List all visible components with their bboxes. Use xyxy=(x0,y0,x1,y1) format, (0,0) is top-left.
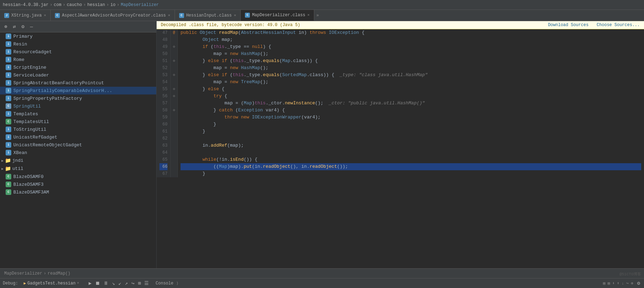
debug-btn-stepout[interactable]: ↗ xyxy=(124,280,129,286)
sidebar-item-blazedsamf3am[interactable]: C BlazeDSAMF3AM xyxy=(0,188,156,196)
debug-btn-settings[interactable]: ☰ xyxy=(143,280,150,286)
sidebar-item-springabstract-icon: i xyxy=(6,80,11,86)
tab-aspectj[interactable]: C AspectJAwareAdvisorAutoProxyCreator.cl… xyxy=(51,10,175,21)
tab-mapdeserializer-label: MapDeserializer.class xyxy=(252,13,305,18)
sidebar-item-resin[interactable]: i Resin xyxy=(0,40,156,48)
sidebar-item-resourcegadget-label: ResourceGadget xyxy=(13,49,52,55)
sidebar-section-util[interactable]: ▶ 📁 util xyxy=(0,165,156,173)
debug-session-label: GadgetsTest.hessian xyxy=(27,281,76,286)
sidebar-section-jndi[interactable]: ▶ 📁 jndi xyxy=(0,157,156,165)
sidebar-item-blazedsamf3am-icon: C xyxy=(6,189,11,195)
debug-btn-stepover[interactable]: ↘ xyxy=(111,280,116,286)
sidebar-item-primary-icon: i xyxy=(6,33,11,39)
breadcrumb-hessian: hessian xyxy=(87,2,105,7)
sidebar-item-springutil[interactable]: C SpringUtil xyxy=(0,102,156,110)
sidebar-item-serviceloader-label: ServiceLoader xyxy=(13,73,49,78)
sidebar-nav-icon[interactable]: ⊕ xyxy=(3,23,8,30)
sidebar-item-springproperty-label: SpringPropertyPathFactory xyxy=(13,96,82,101)
sidebar-item-springabstract-label: SpringAbstractBeanFactoryPointcut xyxy=(13,80,104,86)
sidebar-item-springpartially-icon: i xyxy=(6,88,11,93)
sidebar-item-xbean-label: XBean xyxy=(13,150,27,155)
sidebar-item-resourcegadget-icon: i xyxy=(6,49,11,55)
sidebar-settings-icon[interactable]: ⚙ xyxy=(20,23,26,30)
debug-tab-console[interactable]: Console ⟩ xyxy=(153,280,181,287)
bottom-breadcrumb-method: readMap() xyxy=(48,271,70,276)
debug-bar: Debug: ▶ GadgetsTest.hessian × ▶ ⏹ ⏸ ↘ ↙… xyxy=(0,278,644,288)
tab-aspectj-close[interactable]: × xyxy=(168,13,170,18)
code-line-60: } xyxy=(181,121,641,128)
tab-hessianinput-label: HessianInput.class xyxy=(186,13,232,18)
tab-mapdeserializer-close[interactable]: × xyxy=(307,13,310,17)
sidebar-item-springpartially[interactable]: i SpringPartiallyComparableAdvisorH... xyxy=(0,87,156,94)
bottom-breadcrumb: MapDeserializer › readMap() xyxy=(4,271,70,276)
tab-xstring-close[interactable]: × xyxy=(44,13,46,18)
sidebar-item-blazedsamf0[interactable]: C BlazeDSAMF0 xyxy=(0,173,156,180)
sidebar-collapse-icon[interactable]: ⇄ xyxy=(11,23,17,30)
sidebar-item-templatesutil[interactable]: C TemplatesUtil xyxy=(0,118,156,125)
sidebar-minimize-icon[interactable]: — xyxy=(29,23,34,30)
watermark: @51CTO博客 xyxy=(619,271,641,277)
sidebar-item-springutil-icon: C xyxy=(6,103,11,109)
bottom-breadcrumb-sep: › xyxy=(44,271,46,276)
tab-xstring[interactable]: J XString.java × xyxy=(0,10,51,21)
sidebar-item-springproperty[interactable]: i SpringPropertyPathFactory xyxy=(0,94,156,102)
tab-hessianinput-close[interactable]: × xyxy=(234,13,236,18)
code-line-48: Object map; xyxy=(181,36,641,43)
code-line-54: map = new TreeMap(); xyxy=(181,79,641,86)
code-line-49: if (this._type == null) { xyxy=(181,43,641,50)
sidebar-item-primary[interactable]: i Primary xyxy=(0,32,156,40)
breadcrumb-caucho: caucho xyxy=(67,2,82,7)
sidebar-item-unicastremote-label: UnicastRemoteObjectGadget xyxy=(13,142,82,148)
sidebar-item-scriptengine-icon: i xyxy=(6,65,11,70)
code-line-66: ((Map)map).put(in.readObject(), in.readO… xyxy=(181,163,641,170)
sidebar-item-rome-label: Rome xyxy=(13,57,24,62)
debug-btn-resume[interactable]: ▶ xyxy=(88,280,93,286)
debug-btn-frames[interactable]: ⊞ xyxy=(137,280,142,286)
sidebar-item-unicastref-icon: i xyxy=(6,134,11,140)
code-line-47: public Object readMap(AbstractHessianInp… xyxy=(181,29,641,36)
breadcrumb: hessian-4.0.38.jar › com › caucho › hess… xyxy=(3,2,159,7)
sidebar-item-scriptengine-label: ScriptEngine xyxy=(13,65,46,70)
sidebar-item-unicastref[interactable]: i UnicastRefGadget xyxy=(0,133,156,141)
code-line-52: map = new HashMap(); xyxy=(181,65,641,72)
tab-mapdeserializer-icon: C xyxy=(245,13,250,18)
debug-session-close[interactable]: × xyxy=(77,281,79,285)
sidebar-item-tostringutil[interactable]: i ToStringUtil xyxy=(0,125,156,133)
sidebar-item-blazedsamf3[interactable]: C BlazeDSAMF3 xyxy=(0,180,156,188)
choose-sources-link[interactable]: Choose Sources... xyxy=(597,23,640,27)
sidebar-item-serviceloader[interactable]: i ServiceLoader xyxy=(0,71,156,79)
code-editor: Decompiled .class file, bytecode version… xyxy=(157,21,644,268)
tab-mapdeserializer[interactable]: C MapDeserializer.class × xyxy=(241,10,314,21)
debug-btn-stop[interactable]: ⏹ xyxy=(94,281,101,286)
title-bar: hessian-4.0.38.jar › com › caucho › hess… xyxy=(0,0,644,10)
code-lines[interactable]: public Object readMap(AbstractHessianInp… xyxy=(178,29,644,177)
breadcrumb-com: com xyxy=(54,2,62,7)
code-line-63: in.addRef(map); xyxy=(181,142,641,149)
debug-btn-stepinto[interactable]: ↙ xyxy=(118,280,122,286)
decompiled-text: Decompiled .class file, bytecode version… xyxy=(161,23,300,27)
sidebar-item-resin-icon: i xyxy=(6,41,11,47)
code-line-53: } else if (this._type.equals(SortedMap.c… xyxy=(181,72,641,79)
sidebar-item-rome[interactable]: i Rome xyxy=(0,56,156,63)
code-line-58: } catch (Exception var4) { xyxy=(181,107,641,114)
debug-gear-icon[interactable]: ⚙ xyxy=(636,280,641,286)
tab-overflow[interactable]: » xyxy=(314,10,321,21)
debug-btn-rerun[interactable]: ↪ xyxy=(130,280,135,286)
download-sources-link[interactable]: Download Sources xyxy=(548,23,588,27)
tab-bar: J XString.java × C AspectJAwareAdvisorAu… xyxy=(0,10,644,21)
debug-additional-buttons: ▤ ▤ ⬇ ⬆ ↓ ↪ ⊕ xyxy=(603,281,633,286)
main-layout: ⊕ ⇄ ⚙ — i Primary i Resin i ResourceGadg… xyxy=(0,21,644,268)
debug-toolbar: ▶ ⏹ ⏸ ↘ ↙ ↗ ↪ ⊞ ☰ xyxy=(88,280,150,286)
breadcrumb-jar: hessian-4.0.38.jar xyxy=(3,2,49,7)
sidebar-item-templates-icon: i xyxy=(6,111,11,117)
sidebar-item-springabstract[interactable]: i SpringAbstractBeanFactoryPointcut xyxy=(0,79,156,87)
sidebar-item-unicastremote[interactable]: i UnicastRemoteObjectGadget xyxy=(0,141,156,149)
debug-tab-debugger[interactable]: ▶ GadgetsTest.hessian × xyxy=(21,280,82,287)
sidebar-item-xbean[interactable]: i XBean xyxy=(0,149,156,157)
sidebar-item-springpartially-label: SpringPartiallyComparableAdvisorH... xyxy=(13,88,112,93)
sidebar-item-templates[interactable]: i Templates xyxy=(0,110,156,118)
sidebar-item-scriptengine[interactable]: i ScriptEngine xyxy=(0,63,156,71)
sidebar-item-resourcegadget[interactable]: i ResourceGadget xyxy=(0,48,156,56)
debug-btn-mute[interactable]: ⏸ xyxy=(102,281,109,286)
tab-hessianinput[interactable]: C HessianInput.class × xyxy=(175,10,241,21)
